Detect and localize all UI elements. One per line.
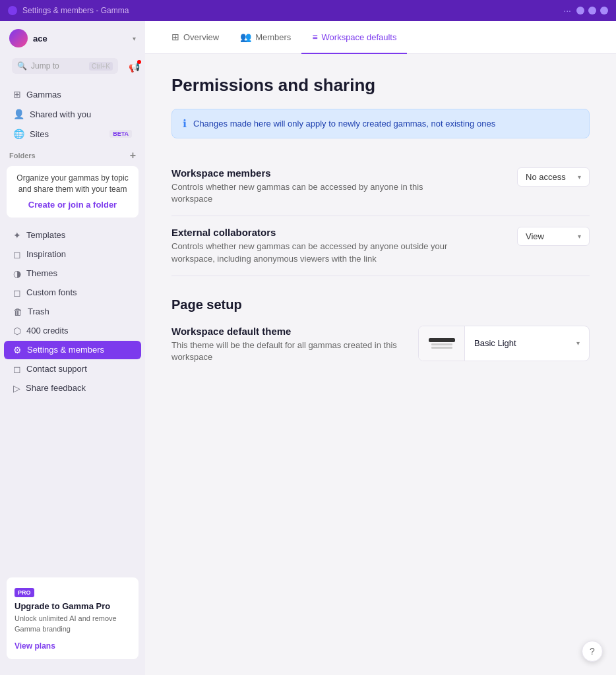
external-collaborators-name: External collaborators bbox=[171, 227, 448, 238]
external-collaborators-chevron-icon: ▾ bbox=[578, 233, 581, 240]
sidebar-item-trash-label: Trash bbox=[28, 307, 49, 316]
theme-preview bbox=[419, 326, 465, 361]
create-folder-link[interactable]: Create or join a folder bbox=[15, 199, 131, 211]
workspace-members-value: No access bbox=[526, 172, 566, 182]
sidebar-bottom: PRO Upgrade to Gamma Pro Unlock unlimite… bbox=[0, 572, 145, 675]
sidebar-item-templates-label: Templates bbox=[26, 230, 65, 240]
share-feedback-icon: ▷ bbox=[13, 383, 20, 394]
external-collaborators-row: External collaborators Controls whether … bbox=[171, 216, 590, 276]
notification-dot bbox=[137, 60, 141, 64]
pro-badge: PRO bbox=[15, 588, 34, 597]
minimize-button[interactable] bbox=[576, 7, 584, 15]
theme-info: Workspace default theme This theme will … bbox=[171, 326, 418, 363]
theme-name: Workspace default theme bbox=[171, 326, 418, 337]
tab-workspace-defaults[interactable]: ≡ Workspace defaults bbox=[301, 21, 407, 54]
themes-icon: ◑ bbox=[13, 268, 21, 279]
sidebar-item-templates[interactable]: ✦ Templates bbox=[4, 226, 141, 245]
external-collaborators-select[interactable]: View ▾ bbox=[517, 227, 590, 246]
sidebar-item-share-feedback[interactable]: ▷ Share feedback bbox=[4, 379, 141, 397]
shared-icon: 👤 bbox=[13, 109, 24, 119]
theme-chevron-icon: ▾ bbox=[576, 339, 580, 347]
beta-badge: BETA bbox=[109, 130, 132, 138]
tab-overview[interactable]: ⊞ Overview bbox=[161, 21, 230, 54]
settings-icon: ⚙ bbox=[13, 345, 22, 355]
folders-label: Folders bbox=[9, 152, 36, 160]
theme-section: Workspace default theme This theme will … bbox=[171, 326, 590, 363]
maximize-button[interactable] bbox=[588, 7, 596, 15]
help-button[interactable]: ? bbox=[582, 641, 603, 662]
main-content: ⊞ Overview 👥 Members ≡ Workspace default… bbox=[145, 21, 616, 675]
window-title: Settings & members - Gamma bbox=[22, 6, 129, 15]
banner-text: Changes made here will only apply to new… bbox=[193, 119, 495, 129]
sidebar-item-custom-fonts[interactable]: ◻ Custom fonts bbox=[4, 283, 141, 302]
sidebar-item-shared[interactable]: 👤 Shared with you bbox=[4, 105, 141, 123]
more-options-icon[interactable]: ··· bbox=[563, 5, 571, 16]
contact-support-icon: ◻ bbox=[13, 364, 21, 374]
sidebar-item-credits-label: 400 credits bbox=[26, 326, 69, 336]
sidebar-item-trash[interactable]: 🗑 Trash bbox=[4, 303, 141, 321]
folder-card: Organize your gammas by topic and share … bbox=[7, 166, 139, 218]
page-content: Permissions and sharing ℹ Changes made h… bbox=[145, 54, 616, 675]
sidebar-item-credits[interactable]: ⬡ 400 credits bbox=[4, 322, 141, 340]
credits-icon: ⬡ bbox=[13, 326, 21, 336]
sidebar-item-settings[interactable]: ⚙ Settings & members bbox=[4, 341, 141, 359]
tab-members-label: Members bbox=[255, 32, 291, 42]
search-bar[interactable]: 🔍 Jump to Ctrl+K bbox=[12, 58, 118, 74]
tab-members[interactable]: 👥 Members bbox=[230, 21, 301, 54]
sidebar-item-inspiration[interactable]: ◻ Inspiration bbox=[4, 245, 141, 264]
workspace-name: ace bbox=[33, 34, 133, 44]
page-title: Permissions and sharing bbox=[171, 75, 590, 96]
theme-value: Basic Light bbox=[474, 338, 516, 348]
custom-fonts-icon: ◻ bbox=[13, 287, 21, 298]
close-button[interactable] bbox=[600, 7, 608, 15]
sidebar-item-custom-fonts-label: Custom fonts bbox=[26, 287, 77, 297]
preview-line-2 bbox=[431, 347, 452, 349]
workspace-members-chevron-icon: ▾ bbox=[578, 173, 581, 181]
add-folder-button[interactable]: + bbox=[130, 150, 136, 161]
inspiration-icon: ◻ bbox=[13, 249, 21, 260]
workspace-defaults-tab-icon: ≡ bbox=[312, 32, 317, 42]
trash-icon: 🗑 bbox=[13, 307, 22, 317]
view-plans-link[interactable]: View plans bbox=[15, 641, 55, 651]
sidebar-item-sites[interactable]: 🌐 Sites BETA bbox=[4, 125, 141, 143]
app-icon bbox=[8, 6, 17, 15]
search-placeholder: Jump to bbox=[31, 61, 85, 71]
external-collaborators-value: View bbox=[526, 231, 544, 241]
gammas-icon: ⊞ bbox=[13, 89, 21, 100]
workspace-members-row: Workspace members Controls whether new g… bbox=[171, 157, 590, 216]
external-collaborators-info: External collaborators Controls whether … bbox=[171, 227, 448, 264]
workspace-members-name: Workspace members bbox=[171, 167, 448, 179]
workspace-avatar bbox=[9, 29, 28, 47]
sidebar-item-contact-support[interactable]: ◻ Contact support bbox=[4, 360, 141, 378]
sidebar-item-sites-label: Sites bbox=[30, 129, 49, 139]
theme-selector[interactable]: Basic Light ▾ bbox=[418, 326, 590, 361]
tab-workspace-defaults-label: Workspace defaults bbox=[322, 32, 397, 42]
external-collaborators-desc: Controls whether new gammas can be acces… bbox=[171, 241, 448, 264]
overview-tab-icon: ⊞ bbox=[171, 32, 179, 42]
titlebar-controls: ··· bbox=[563, 5, 608, 16]
templates-icon: ✦ bbox=[13, 230, 21, 241]
page-setup-title: Page setup bbox=[171, 297, 590, 312]
sidebar: ace ▾ 🔍 Jump to Ctrl+K 📢 ⊞ Gammas 👤 Shar… bbox=[0, 21, 145, 675]
workspace-members-select[interactable]: No access ▾ bbox=[517, 167, 590, 187]
theme-desc: This theme will be the default for all g… bbox=[171, 339, 418, 363]
info-banner: ℹ Changes made here will only apply to n… bbox=[171, 109, 590, 138]
sidebar-item-share-feedback-label: Share feedback bbox=[26, 383, 86, 393]
sidebar-item-themes[interactable]: ◑ Themes bbox=[4, 264, 141, 283]
folder-card-text: Organize your gammas by topic and share … bbox=[16, 173, 128, 194]
workspace-members-desc: Controls whether new gammas can be acces… bbox=[171, 181, 448, 205]
sidebar-item-gammas-label: Gammas bbox=[26, 90, 61, 100]
notification-button[interactable]: 📢 bbox=[129, 61, 140, 73]
preview-title-bar bbox=[429, 338, 455, 342]
workspace-header[interactable]: ace ▾ bbox=[0, 21, 145, 55]
titlebar: Settings & members - Gamma ··· bbox=[0, 0, 616, 21]
search-icon: 🔍 bbox=[17, 61, 27, 71]
tabs-bar: ⊞ Overview 👥 Members ≡ Workspace default… bbox=[145, 21, 616, 54]
upgrade-card: PRO Upgrade to Gamma Pro Unlock unlimite… bbox=[7, 577, 139, 659]
folders-section-title: Folders + bbox=[0, 144, 145, 163]
workspace-chevron-icon: ▾ bbox=[133, 35, 136, 42]
preview-line-1 bbox=[431, 343, 452, 345]
upgrade-desc: Unlock unlimited AI and remove Gamma bra… bbox=[15, 614, 131, 634]
sidebar-item-gammas[interactable]: ⊞ Gammas bbox=[4, 85, 141, 103]
theme-select-button[interactable]: Basic Light ▾ bbox=[465, 338, 589, 348]
